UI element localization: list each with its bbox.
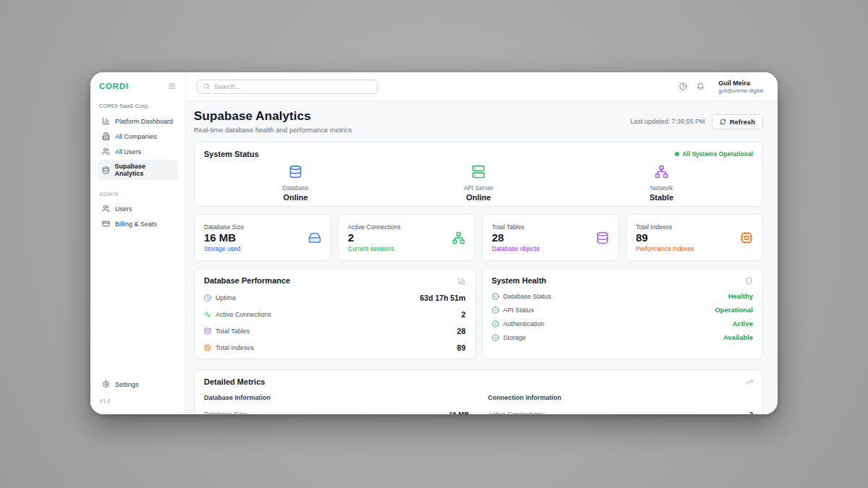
refresh-label: Refresh: [730, 118, 755, 126]
check-circle-icon: [492, 307, 499, 314]
check-circle-icon: [492, 334, 499, 341]
sidebar-item-label: Users: [115, 205, 132, 213]
performance-row-connections: Active Connections 2: [204, 306, 466, 322]
row-label: Active Connections: [216, 311, 271, 318]
row-value: Healthy: [728, 292, 753, 300]
bar-chart-icon: [458, 277, 466, 285]
detailed-metrics-card: Detailed Metrics Database Information Da…: [194, 369, 763, 414]
user-name: Guil Meira: [718, 80, 763, 87]
metric-value: 89: [636, 231, 694, 244]
credit-card-icon: [102, 220, 110, 228]
status-label: Network: [570, 184, 753, 192]
metric-card-active-connections: Active Connections 2 Current sessions: [338, 214, 475, 261]
detail-row-active-connections: Active Connections: 2: [488, 408, 754, 414]
metric-subtitle: Storage used: [204, 245, 244, 252]
system-status-card: System Status All Systems Operational Da…: [194, 142, 763, 207]
users-icon: [102, 147, 110, 155]
check-circle-icon: [492, 320, 499, 328]
check-circle-icon: [492, 293, 499, 300]
topbar: Guil Meira guil@creme.digital: [186, 72, 778, 101]
row-value: 89: [457, 343, 466, 352]
performance-row-tables: Total Tables 28: [204, 322, 466, 339]
database-icon: [596, 231, 609, 244]
user-email: guil@creme.digital: [718, 87, 763, 94]
metric-card-total-tables: Total Tables 28 Database objects: [482, 214, 619, 261]
admin-section-label: ADMIN: [99, 191, 176, 197]
clock-icon: [204, 294, 211, 301]
users-icon: [102, 205, 110, 213]
sidebar-item-users[interactable]: Users: [98, 202, 178, 215]
sidebar-item-label: All Companies: [115, 133, 157, 140]
sidebar-item-label: Settings: [115, 381, 139, 388]
database-performance-card: Database Performance Uptime 63d 17h 51m: [194, 268, 476, 359]
system-status-title: System Status: [204, 150, 259, 158]
app-window: CORDI CORDI SaaS Corp. Platform Dashboar…: [90, 72, 778, 414]
sidebar-item-label: Billing & Seats: [115, 221, 157, 228]
row-label: API Status: [503, 307, 535, 314]
metric-subtitle: Database objects: [492, 245, 540, 252]
database-icon: [289, 165, 302, 179]
sidebar-item-label: Supabase Analytics: [115, 163, 174, 177]
health-row-api: API Status Operational: [492, 303, 754, 317]
metric-label: Total Indexes: [636, 223, 694, 231]
status-label: Database: [204, 184, 387, 192]
performance-title: Database Performance: [204, 276, 290, 285]
sidebar: CORDI CORDI SaaS Corp. Platform Dashboar…: [90, 72, 186, 414]
row-value: Available: [723, 333, 753, 341]
row-label: Uptime: [216, 294, 237, 301]
sidebar-item-label: Platform Dashboard: [115, 118, 173, 125]
connection-information-column: Connection Information Active Connection…: [488, 394, 754, 414]
sidebar-item-platform-dashboard[interactable]: Platform Dashboard: [98, 114, 178, 128]
shield-icon: [745, 277, 753, 285]
row-label: Database Status: [503, 293, 552, 300]
cpu-icon: [740, 231, 753, 244]
search-icon: [203, 83, 210, 90]
brand-logo: CORDI: [99, 82, 129, 90]
content: System Status All Systems Operational Da…: [186, 140, 778, 414]
metric-value: 16 MB: [204, 231, 244, 244]
app-version: V1.0: [99, 398, 176, 404]
status-badge-label: All Systems Operational: [682, 150, 753, 158]
sidebar-item-all-companies[interactable]: All Companies: [98, 129, 178, 143]
search-box[interactable]: [197, 80, 378, 94]
refresh-button[interactable]: Refresh: [712, 114, 763, 129]
row-value: Active: [732, 320, 753, 328]
page-header: Supabase Analytics Real-time database he…: [186, 101, 778, 140]
trending-up-icon: [745, 378, 753, 386]
metric-value: 2: [348, 231, 401, 244]
search-input[interactable]: [214, 83, 371, 90]
sidebar-item-all-users[interactable]: All Users: [98, 145, 178, 158]
row-value: 28: [457, 327, 466, 335]
detailed-metrics-title: Detailed Metrics: [204, 377, 265, 386]
row-value: 2: [749, 410, 753, 414]
column-heading: Database Information: [204, 394, 469, 401]
activity-icon: [204, 311, 211, 318]
sidebar-item-supabase-analytics[interactable]: Supabase Analytics: [98, 160, 178, 180]
row-label: Storage: [503, 334, 527, 341]
network-icon: [452, 231, 465, 244]
status-database: Database Online: [204, 165, 387, 202]
metric-card-database-size: Database Size 16 MB Storage used: [194, 214, 331, 261]
network-icon: [655, 165, 668, 179]
gear-icon: [102, 380, 110, 388]
system-health-card: System Health Database Status Healthy: [482, 268, 764, 359]
clock-icon[interactable]: [679, 82, 687, 90]
status-badge: All Systems Operational: [675, 150, 753, 158]
user-profile[interactable]: Guil Meira guil@creme.digital: [718, 80, 763, 94]
status-value: Online: [387, 193, 570, 202]
hamburger-menu-icon[interactable]: [168, 82, 176, 90]
cpu-icon: [204, 344, 211, 351]
sidebar-item-settings[interactable]: Settings: [98, 377, 178, 391]
green-dot-icon: [675, 152, 679, 156]
sidebar-item-billing-seats[interactable]: Billing & Seats: [98, 217, 178, 231]
health-row-database: Database Status Healthy: [492, 289, 754, 303]
server-icon: [472, 165, 485, 179]
org-label: CORDI SaaS Corp.: [99, 103, 176, 109]
bell-icon[interactable]: [697, 82, 705, 90]
health-title: System Health: [492, 276, 547, 285]
row-label: Total Indexes: [216, 344, 254, 351]
detail-row-database-size: Database Size: 16 MB: [204, 408, 469, 414]
hard-drive-icon: [308, 231, 321, 244]
row-label: Database Size:: [204, 411, 248, 415]
main-area: Guil Meira guil@creme.digital Supabase A…: [186, 72, 778, 414]
